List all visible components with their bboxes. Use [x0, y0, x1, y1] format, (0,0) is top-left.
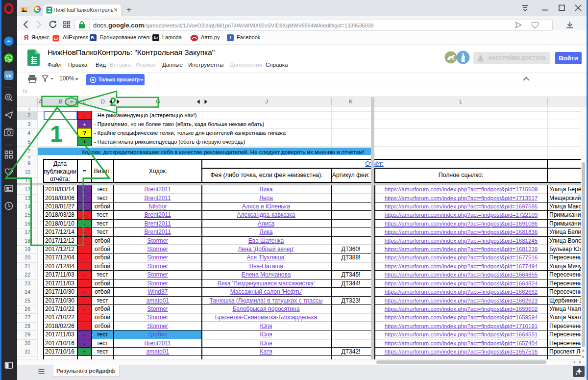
- svg-text:VK: VK: [6, 74, 12, 78]
